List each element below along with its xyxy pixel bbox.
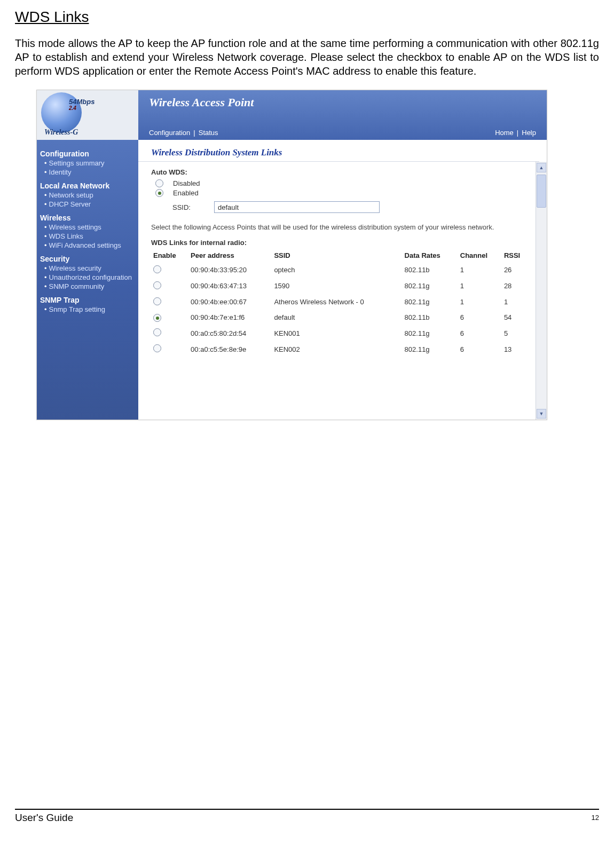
cell-ch: 1 xyxy=(458,262,502,278)
tab-sep: | xyxy=(517,129,518,137)
auto-wds-label: Auto WDS: xyxy=(151,168,530,176)
scroll-thumb[interactable] xyxy=(537,175,546,208)
table-row: 00:90:4b:63:47:131590802.11g128 xyxy=(151,278,530,294)
sidebar-group: SNMP Trap xyxy=(40,296,135,304)
cell-rate: 802.11g xyxy=(403,341,458,357)
cell-peer: 00:90:4b:ee:00:67 xyxy=(188,294,272,310)
enable-radio[interactable] xyxy=(153,297,161,305)
auto-wds-enabled-label: Enabled xyxy=(173,189,199,197)
cell-peer: 00:90:4b:33:95:20 xyxy=(188,262,272,278)
brand-band-text: 2.4 xyxy=(69,106,95,111)
cell-rate: 802.11g xyxy=(403,294,458,310)
sidebar-item[interactable]: •DHCP Server xyxy=(40,200,135,208)
tab-sep: | xyxy=(193,129,195,137)
cell-ch: 1 xyxy=(458,278,502,294)
cell-ssid: KEN001 xyxy=(272,325,402,341)
ssid-label: SSID: xyxy=(172,203,199,211)
ssid-input[interactable]: default xyxy=(214,201,380,213)
cell-ch: 6 xyxy=(458,341,502,357)
page-number: 12 xyxy=(592,814,599,824)
cell-rssi: 5 xyxy=(502,325,530,341)
section-title: Wireless Distribution System Links xyxy=(138,140,539,162)
table-row: 00:a0:c5:5e:8e:9eKEN002802.11g613 xyxy=(151,341,530,357)
table-header: Data Rates xyxy=(403,249,458,262)
sidebar-item[interactable]: •Unauthorized configuration xyxy=(40,273,135,281)
link-home[interactable]: Home xyxy=(495,129,514,137)
enable-radio[interactable] xyxy=(153,328,161,336)
sidebar-item[interactable]: •WDS Links xyxy=(40,232,135,240)
link-help[interactable]: Help xyxy=(522,129,536,137)
cell-peer: 00:90:4b:7e:e1:f6 xyxy=(188,310,272,326)
auto-wds-disabled-label: Disabled xyxy=(173,179,200,187)
sidebar-group: Local Area Network xyxy=(40,182,135,190)
sidebar-item[interactable]: •Snmp Trap setting xyxy=(40,305,135,313)
table-header: RSSI xyxy=(502,249,530,262)
cell-ssid: 1590 xyxy=(272,278,402,294)
cell-rate: 802.11b xyxy=(403,310,458,326)
scroll-up-icon[interactable]: ▲ xyxy=(537,163,546,172)
sidebar-group: Security xyxy=(40,255,135,263)
cell-rate: 802.11b xyxy=(403,262,458,278)
cell-ssid: KEN002 xyxy=(272,341,402,357)
sidebar: 54Mbps 2.4 Wireless-G Configuration•Sett… xyxy=(37,90,138,420)
table-header: SSID xyxy=(272,249,402,262)
scroll-down-icon[interactable]: ▼ xyxy=(537,409,546,419)
header-title: Wireless Access Point xyxy=(149,96,536,109)
enable-radio[interactable] xyxy=(153,314,161,322)
sidebar-item[interactable]: •Wireless security xyxy=(40,264,135,272)
cell-rssi: 13 xyxy=(502,341,530,357)
footer-left: User's Guide xyxy=(15,812,73,824)
table-row: 00:90:4b:ee:00:67Atheros Wireless Networ… xyxy=(151,294,530,310)
sidebar-group: Wireless xyxy=(40,214,135,222)
table-header: Channel xyxy=(458,249,502,262)
sidebar-item[interactable]: •SNMP community xyxy=(40,282,135,290)
content-area: Auto WDS: Disabled Enabled SSID: default… xyxy=(138,162,536,420)
sidebar-item[interactable]: •Settings summary xyxy=(40,159,135,167)
instruction-text: Select the following Access Points that … xyxy=(151,223,530,232)
table-header: Enable xyxy=(151,249,188,262)
table-title: WDS Links for internal radio: xyxy=(151,239,530,247)
app-screenshot: 54Mbps 2.4 Wireless-G Configuration•Sett… xyxy=(36,90,547,420)
page-title: WDS Links xyxy=(15,9,599,26)
sidebar-group: Configuration xyxy=(40,149,135,158)
cell-rssi: 26 xyxy=(502,262,530,278)
cell-peer: 00:a0:c5:80:2d:54 xyxy=(188,325,272,341)
sidebar-item[interactable]: •Network setup xyxy=(40,191,135,199)
scrollbar[interactable]: ▲ ▼ xyxy=(536,162,547,420)
table-header: Peer address xyxy=(188,249,272,262)
brand-area: 54Mbps 2.4 Wireless-G xyxy=(37,90,138,140)
cell-ch: 6 xyxy=(458,325,502,341)
cell-rssi: 54 xyxy=(502,310,530,326)
cell-peer: 00:90:4b:63:47:13 xyxy=(188,278,272,294)
sidebar-item[interactable]: •Wireless settings xyxy=(40,223,135,231)
auto-wds-enabled-radio[interactable] xyxy=(155,189,163,197)
cell-ssid: default xyxy=(272,310,402,326)
main-pane: Wireless Access Point Configuration | St… xyxy=(138,90,547,420)
wds-table: EnablePeer addressSSIDData RatesChannelR… xyxy=(151,249,530,358)
brand-rate-text: 54Mbps xyxy=(69,98,95,106)
cell-ssid: optech xyxy=(272,262,402,278)
sidebar-item[interactable]: •Identity xyxy=(40,168,135,176)
tab-configuration[interactable]: Configuration xyxy=(149,129,190,137)
header: Wireless Access Point Configuration | St… xyxy=(138,90,547,140)
cell-rssi: 28 xyxy=(502,278,530,294)
cell-ch: 1 xyxy=(458,294,502,310)
brand-rate: 54Mbps 2.4 xyxy=(69,98,95,111)
cell-rate: 802.11g xyxy=(403,278,458,294)
table-row: 00:90:4b:7e:e1:f6default802.11b654 xyxy=(151,310,530,326)
intro-text: This mode allows the AP to keep the AP f… xyxy=(15,36,599,78)
table-row: 00:90:4b:33:95:20optech802.11b126 xyxy=(151,262,530,278)
enable-radio[interactable] xyxy=(153,344,161,352)
auto-wds-disabled-radio[interactable] xyxy=(155,179,163,187)
sidebar-item[interactable]: •WiFi Advanced settings xyxy=(40,241,135,249)
enable-radio[interactable] xyxy=(153,265,161,273)
brand-line: Wireless-G xyxy=(44,128,78,137)
cell-ch: 6 xyxy=(458,310,502,326)
cell-rate: 802.11g xyxy=(403,325,458,341)
cell-rssi: 1 xyxy=(502,294,530,310)
cell-peer: 00:a0:c5:5e:8e:9e xyxy=(188,341,272,357)
cell-ssid: Atheros Wireless Network - 0 xyxy=(272,294,402,310)
tab-status[interactable]: Status xyxy=(199,129,218,137)
enable-radio[interactable] xyxy=(153,281,161,289)
table-row: 00:a0:c5:80:2d:54KEN001802.11g65 xyxy=(151,325,530,341)
